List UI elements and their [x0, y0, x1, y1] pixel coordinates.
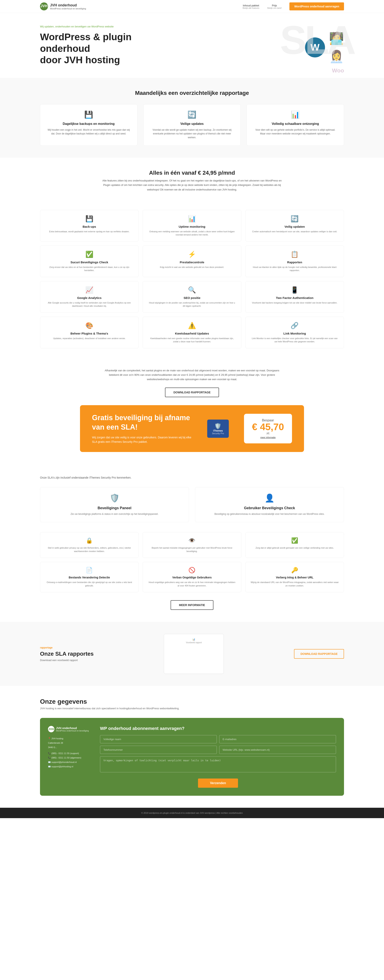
download-section: Afhankelijk van de complexiteit, het aan… [0, 360, 384, 405]
ithemes-subtitle: Security Pro [212, 432, 224, 434]
feature-item-seo: SEO positie Houd wijzigingen in de posit… [143, 281, 241, 313]
sla-ssl-icon [251, 537, 339, 544]
sla-url-icon [251, 567, 339, 573]
download-rapportage-button[interactable]: DOWNLOAD RAPPORTAGE [165, 388, 219, 397]
feature-item-rapporten-desc: Houd uw klanten te allen tijde op de hoo… [251, 266, 339, 272]
sla-card-beveiligings-title: Beveiligings Paneel [46, 506, 183, 510]
feature-item-analytics: Google Analytics Alle Google accounts di… [40, 281, 139, 313]
feature-updates-title: Veilige updates [149, 122, 235, 126]
meer-informatie-button[interactable]: MEER INFORMATIE [171, 600, 213, 610]
feature-item-backups: Back-ups Extra betrouwbaar, wordt geplaa… [40, 210, 139, 242]
hero-content: Wij updaten, onderhouden en beveiligen u… [40, 25, 160, 70]
feature-item-backups-desc: Extra betrouwbaar, wordt geplaatst met e… [49, 230, 130, 233]
feature-item-kwetsbaar: Kwetsbaarheid Updates Kwetsbaarheden met… [143, 317, 241, 348]
security-banner: Gratis beveiliging bij afname van een SL… [80, 405, 304, 452]
contact-info-panel: JVH JVH onderhoud WordPress onderhoud en… [48, 726, 92, 788]
feature-item-uptime: Uptime monitoring Ontvang een melding wa… [143, 210, 241, 242]
updates-icon [149, 110, 235, 119]
contact-form: WP onderhoud abonnement aanvragen? Verze… [100, 726, 336, 788]
contact-logo-sub: WordPress onderhoud en beveiliging [56, 730, 89, 732]
contact-logo: JVH JVH onderhoud WordPress onderhoud en… [48, 726, 92, 732]
feature-icon-2fa [290, 286, 298, 294]
pricing-desc: Alle features zitten bij ons onderhoudsp… [102, 178, 282, 192]
nav-inhoud-pakket[interactable]: Inhoud pakket Bekijk alle features [243, 4, 259, 9]
header-cta-button[interactable]: WordPress onderhoud aanvragen [289, 2, 344, 10]
sla-card-gebruiker-title: Gebruiker Beveiligings Check [201, 506, 338, 510]
form-website-input[interactable] [219, 746, 336, 754]
sla-feature-passwords-desc: Stel in welk gebruiker privacy op uw sit… [45, 546, 133, 553]
contact-logo-icon: JVH [48, 726, 54, 732]
nav-link-inhoud[interactable]: Inhoud pakket Bekijk alle features [243, 4, 259, 9]
hero-section: Wij updaten, onderhouden en beveiligen u… [0, 13, 384, 78]
form-email-input[interactable] [219, 735, 336, 743]
sla-feature-ban-users: Verban Ongeldige Gebruikers Houd ongeldi… [143, 562, 241, 592]
feature-item-sucuri-title: Sucuri Beveiligings Check [70, 261, 108, 264]
feature-icon-backup [86, 215, 94, 223]
page-header: JVH JVH onderhoud WordPress onderhoud en… [0, 0, 384, 13]
rapport-subtitle: Download een voorbeeld rapport [40, 659, 94, 662]
contact-phone1: 📞 (085) - 0211 11 55 (support) [48, 751, 92, 756]
feature-item-seo-title: SEO positie [184, 296, 200, 299]
rapport-left: rapportage Onze SLA rapportes Download e… [40, 646, 94, 662]
pricing-heading: Alles in één vanaf € 24,95 p/mnd [40, 170, 344, 176]
feature-item-analytics-desc: Alle Google accounts die u nodig heeft t… [45, 301, 133, 308]
sla-file-icon [45, 567, 133, 573]
sla-feature-hide-title: Verberg Inlog & Beheer URL [251, 576, 339, 579]
rapport-preview-label: Voorbeeld rapport [168, 641, 220, 644]
features-top-grid: Dagelijkse backups en monitoring Wij hou… [40, 104, 344, 146]
banner-meer-info-link[interactable]: meer informatie [252, 436, 284, 439]
contact-company: 📍 JVH hosting [48, 736, 92, 741]
rapport-preview-image: 📊 [168, 638, 220, 641]
feature-item-plugins-title: Beheer Plugins & Thema's [70, 332, 108, 335]
nav-prijs[interactable]: Prijs Bekijk ons tarief [267, 4, 282, 9]
sla-feature-brute-force-desc: Beperk het aantal mislukte inlogpogingen… [148, 546, 236, 553]
sla-feature-passwords: Stel in welk gebruiker privacy op uw sit… [40, 532, 139, 558]
sla-feature-hide-desc: Wijzig de standaard URL van de WordPress… [251, 581, 339, 587]
feature-backups-title: Dagelijkse backups en monitoring [46, 122, 131, 126]
form-phone-input[interactable] [100, 746, 217, 754]
feature-icon-prestatie [188, 250, 196, 258]
banner-save-period: p/j [252, 432, 284, 434]
contact-postal: 3446 G... [48, 745, 92, 749]
feature-item-link-desc: Link Monitor is een makkelijke checker v… [251, 337, 339, 343]
ithemes-badge: 🛡️ iThemes Security Pro [207, 420, 229, 438]
sla-eye-icon [148, 537, 236, 544]
sla-ban-icon [148, 567, 236, 573]
sla-card-gebruiker-check: Gebruiker Beveiligings Check Beveiliging… [195, 487, 344, 522]
form-name-input[interactable] [100, 735, 217, 743]
hero-title: WordPress & plugin onderhoud door JVH ho… [40, 31, 160, 66]
contact-logo-name: JVH onderhoud [56, 727, 89, 730]
nav-link-prijs[interactable]: Prijs Bekijk ons tarief [267, 4, 282, 9]
sla-feature-file-desc: Ontvang e-mailmeldingen over bestanden d… [45, 581, 133, 587]
feature-item-seo-desc: Houd wijzigingen in de positie van zoekm… [148, 301, 236, 308]
feature-icon-link [290, 322, 298, 329]
sla-feature-brute-force: Beperk het aantal mislukte inlogpogingen… [143, 532, 241, 558]
feature-backups-desc: Wij houden een oogje in het zeil. Mocht … [46, 128, 131, 136]
svg-text:JVH: JVH [40, 4, 48, 8]
contact-email2: ✉️ support@jvhhosting.nl [48, 764, 92, 769]
sla-lock-icon [45, 537, 133, 544]
sla-intro-text: Onze SLA's zijn inclusief onderstaande i… [40, 476, 344, 479]
gegevens-desc: JVH hosting is een innovatief internetbu… [40, 707, 344, 710]
logo-icon: JVH [40, 2, 48, 10]
banner-title: Gratis beveiliging bij afname van een SL… [92, 413, 192, 432]
sla-feature-file-title: Bestands Verandering Detectie [45, 576, 133, 579]
rapport-download-button[interactable]: DOWNLOAD RAPPORTAGE [294, 649, 344, 659]
contact-phone2: 📞 (085) - 0211 11 50 (algemeen) [48, 756, 92, 760]
feature-icon-veilig-updaten [290, 215, 298, 223]
features-top-section: Maandelijks een overzichtelijke rapporta… [0, 78, 384, 158]
form-message-textarea[interactable] [100, 756, 336, 772]
banner-left: Gratis beveiliging bij afname van een SL… [92, 413, 192, 444]
feature-card-ontzorging: Volledig schaalbare ontzorging Voor dien… [247, 104, 344, 146]
contact-email1: ✉️ support@jvhonderhoud.nl [48, 760, 92, 764]
sla-shield-icon [46, 493, 183, 503]
form-submit-button[interactable]: Verzenden [198, 778, 238, 788]
feature-item-plugins: Beheer Plugins & Thema's Updates, repara… [40, 317, 139, 348]
feature-icon-uptime [188, 215, 196, 223]
contact-form-area: JVH JVH onderhoud WordPress onderhoud en… [40, 718, 344, 796]
feature-item-2fa-desc: Voorkomt dat hackers toegang krijgen tot… [252, 301, 337, 304]
feature-icon-seo [188, 286, 196, 294]
feature-icon-plugins [86, 322, 94, 329]
main-nav: Inhoud pakket Bekijk alle features Prijs… [243, 2, 344, 10]
feature-item-veilig-updaten-title: Veilig updaten [284, 225, 305, 228]
